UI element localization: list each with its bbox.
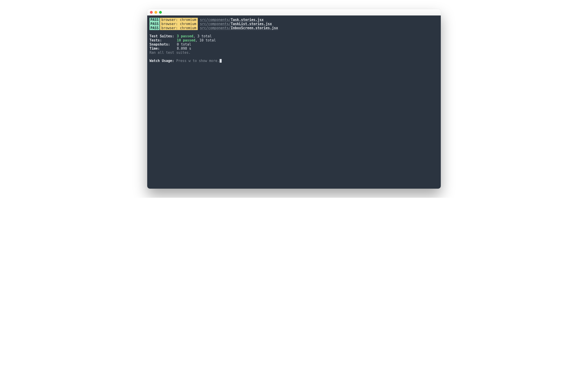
test-path-file: Task.stories.jsx bbox=[231, 18, 264, 22]
summary-tests: Tests:10 passed, 10 total bbox=[149, 38, 439, 42]
summary-ran-all-text: Ran all test suites. bbox=[149, 51, 191, 55]
summary-time: Time:8.098 s bbox=[149, 46, 439, 51]
summary-total: , 3 total bbox=[193, 34, 212, 38]
terminal-body[interactable]: PASS browser: chromium src/components/Ta… bbox=[147, 15, 441, 189]
summary-passed: 10 passed bbox=[177, 38, 195, 42]
test-result-row: PASS browser: chromium src/components/Ta… bbox=[149, 22, 439, 26]
browser-badge: browser: chromium bbox=[160, 18, 198, 22]
test-results-block: PASS browser: chromium src/components/Ta… bbox=[149, 18, 439, 30]
test-result-row: PASS browser: chromium src/components/In… bbox=[149, 26, 439, 30]
watch-usage-hint: Press w to show more. bbox=[174, 59, 219, 63]
watch-usage-block: Watch Usage: Press w to show more. bbox=[149, 59, 439, 63]
pass-badge: PASS bbox=[149, 18, 159, 22]
terminal-cursor bbox=[220, 59, 222, 63]
test-path-file: TaskList.stories.jsx bbox=[231, 22, 272, 26]
summary-test-suites: Test Suites:3 passed, 3 total bbox=[149, 34, 439, 38]
summary-value: 0 total bbox=[177, 42, 191, 46]
window-maximize-button[interactable] bbox=[159, 11, 162, 14]
test-path-dir: src/components/ bbox=[200, 22, 231, 26]
window-titlebar bbox=[147, 9, 441, 15]
summary-ran-all: Ran all test suites. bbox=[149, 51, 439, 55]
summary-passed: 3 passed bbox=[177, 34, 193, 38]
summary-label: Tests: bbox=[149, 38, 177, 42]
pass-badge: PASS bbox=[149, 26, 159, 30]
watch-usage-label: Watch Usage: bbox=[149, 59, 174, 63]
summary-value: 8.098 s bbox=[177, 46, 191, 51]
test-summary-block: Test Suites:3 passed, 3 total Tests:10 p… bbox=[149, 34, 439, 55]
summary-label: Snapshots: bbox=[149, 42, 177, 46]
test-result-row: PASS browser: chromium src/components/Ta… bbox=[149, 18, 439, 22]
window-minimize-button[interactable] bbox=[155, 11, 157, 14]
test-path-dir: src/components/ bbox=[200, 18, 231, 22]
browser-badge: browser: chromium bbox=[160, 22, 198, 26]
summary-label: Time: bbox=[149, 46, 177, 51]
summary-total: , 10 total bbox=[195, 38, 216, 42]
test-path-dir: src/components/ bbox=[200, 26, 231, 30]
window-close-button[interactable] bbox=[150, 11, 153, 14]
watch-usage-line: Watch Usage: Press w to show more. bbox=[149, 59, 439, 63]
browser-badge: browser: chromium bbox=[160, 26, 198, 30]
summary-label: Test Suites: bbox=[149, 34, 177, 38]
pass-badge: PASS bbox=[149, 22, 159, 26]
summary-snapshots: Snapshots:0 total bbox=[149, 42, 439, 46]
terminal-window: PASS browser: chromium src/components/Ta… bbox=[147, 9, 441, 189]
test-path-file: InboxScreen.stories.jsx bbox=[231, 26, 278, 30]
